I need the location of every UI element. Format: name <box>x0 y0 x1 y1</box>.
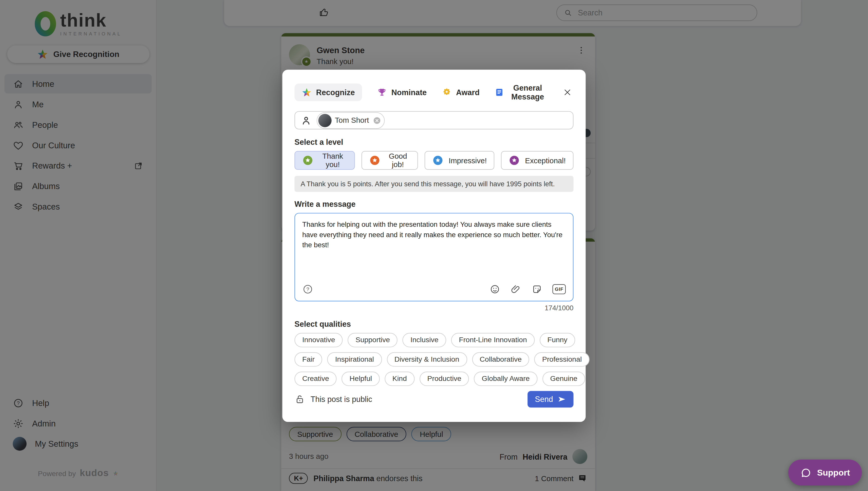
gif-button[interactable]: GIF <box>552 289 566 290</box>
quality-chip[interactable]: Inspirational <box>327 352 382 367</box>
recipient-chip: Tom Short <box>317 112 385 129</box>
message-tools-right: GIF <box>489 284 566 295</box>
level-label: Exceptional! <box>525 156 566 165</box>
level-star-icon <box>509 155 520 166</box>
quality-chip[interactable]: Funny <box>540 333 575 347</box>
char-counter: 174/1000 <box>294 304 573 312</box>
level-star-icon <box>432 155 444 166</box>
smiley-icon <box>489 284 500 295</box>
person-icon <box>300 115 311 126</box>
tab-award[interactable]: Award <box>442 84 480 101</box>
level-label: Thank you! <box>318 152 347 169</box>
app: think INTERNATIONAL Give Recognition Hom… <box>0 0 868 491</box>
paperclip-icon <box>511 284 522 295</box>
support-label: Support <box>817 467 850 477</box>
quality-chip[interactable]: Helpful <box>342 372 380 386</box>
x-circle-icon <box>372 116 381 125</box>
recipient-field[interactable]: Tom Short <box>294 111 573 129</box>
quality-chip[interactable]: Collaborative <box>472 352 530 367</box>
send-icon <box>558 395 566 404</box>
send-label: Send <box>535 395 553 404</box>
close-icon <box>563 87 572 97</box>
recognize-star-icon <box>302 87 311 97</box>
qualities-list: Innovative Supportive Inclusive Front-Li… <box>294 333 573 391</box>
message-toolbar: ? GIF <box>295 284 573 301</box>
message-box: Thanks for helping out with the presenta… <box>294 213 573 301</box>
quality-chip[interactable]: Inclusive <box>403 333 446 347</box>
quality-chip[interactable]: Productive <box>419 372 469 386</box>
document-icon <box>494 87 505 97</box>
tab-nominate[interactable]: Nominate <box>377 84 427 101</box>
level-heading: Select a level <box>294 138 573 147</box>
close-button[interactable] <box>561 86 573 98</box>
level-label: Impressive! <box>449 156 487 165</box>
svg-text:?: ? <box>306 287 309 292</box>
message-heading: Write a message <box>294 200 573 208</box>
quality-chip[interactable]: Creative <box>294 372 337 386</box>
trophy-icon <box>377 87 387 97</box>
level-star-icon <box>370 155 381 166</box>
recipient-avatar <box>318 114 331 127</box>
quality-chip[interactable]: Front-Line Innovation <box>451 333 535 347</box>
quality-chip[interactable]: Fair <box>294 352 322 367</box>
chat-bubble-icon <box>801 467 812 478</box>
attach-button[interactable] <box>511 284 522 295</box>
message-input[interactable]: Thanks for helping out with the presenta… <box>295 213 573 284</box>
level-impressive[interactable]: Impressive! <box>425 151 494 170</box>
level-options: Thank you! Good job! Impressive! Excepti… <box>294 151 573 170</box>
support-button[interactable]: Support <box>788 460 862 486</box>
quality-chip[interactable]: Professional <box>534 352 590 367</box>
quality-chip[interactable]: Globally Aware <box>474 372 537 386</box>
level-label: Good job! <box>385 152 410 169</box>
quality-chip[interactable]: Innovative <box>294 333 343 347</box>
sticker-button[interactable] <box>532 284 543 295</box>
points-info: A Thank you is 5 points. After you send … <box>294 176 573 192</box>
modal-tabs: Recognize Nominate Award General Message <box>294 80 573 105</box>
modal-footer: This post is public Send <box>294 391 573 408</box>
quality-chip[interactable]: Kind <box>385 372 414 386</box>
give-recognition-modal: Recognize Nominate Award General Message <box>282 69 586 422</box>
tab-label: Award <box>456 88 480 97</box>
recipient-name: Tom Short <box>335 116 369 124</box>
screen: think INTERNATIONAL Give Recognition Hom… <box>0 0 868 491</box>
level-star-icon <box>302 155 314 166</box>
quality-chip[interactable]: Genuine <box>542 372 585 386</box>
qualities-heading: Select qualities <box>294 320 573 328</box>
emoji-button[interactable] <box>489 284 500 295</box>
qualities-row: Innovative Supportive Inclusive Front-Li… <box>294 333 573 347</box>
tab-recognize[interactable]: Recognize <box>294 84 362 101</box>
qualities-row: Creative Helpful Kind Productive Globall… <box>294 372 573 386</box>
visibility-note: This post is public <box>310 395 372 404</box>
level-thank-you[interactable]: Thank you! <box>294 151 355 170</box>
gif-icon: GIF <box>552 285 566 294</box>
remove-recipient-button[interactable] <box>372 116 381 125</box>
tab-general-message[interactable]: General Message <box>494 80 546 105</box>
qualities-row: Fair Inspirational Diversity & Inclusion… <box>294 352 573 367</box>
level-good-job[interactable]: Good job! <box>361 151 418 170</box>
lock-open-icon <box>294 394 305 405</box>
medal-icon <box>442 87 452 97</box>
sticker-icon <box>532 284 543 295</box>
quality-chip[interactable]: Diversity & Inclusion <box>387 352 467 367</box>
tab-label: General Message <box>509 84 546 101</box>
formatting-help-button[interactable]: ? <box>302 284 314 295</box>
tab-label: Recognize <box>316 88 355 97</box>
quality-chip[interactable]: Supportive <box>348 333 398 347</box>
level-exceptional[interactable]: Exceptional! <box>501 151 573 170</box>
tab-label: Nominate <box>391 88 427 97</box>
send-button[interactable]: Send <box>528 391 574 408</box>
help-circle-icon: ? <box>302 284 314 295</box>
